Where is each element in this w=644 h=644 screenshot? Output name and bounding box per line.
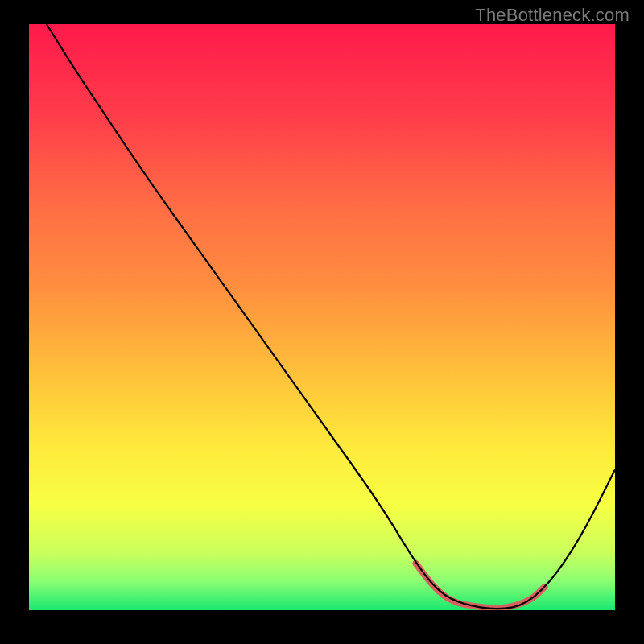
watermark-text: TheBottleneck.com [475,5,630,26]
bottleneck-curve-line [47,24,615,609]
chart-stage: TheBottleneck.com [0,0,644,644]
plot-frame [24,24,620,620]
curve-layer [29,24,615,610]
